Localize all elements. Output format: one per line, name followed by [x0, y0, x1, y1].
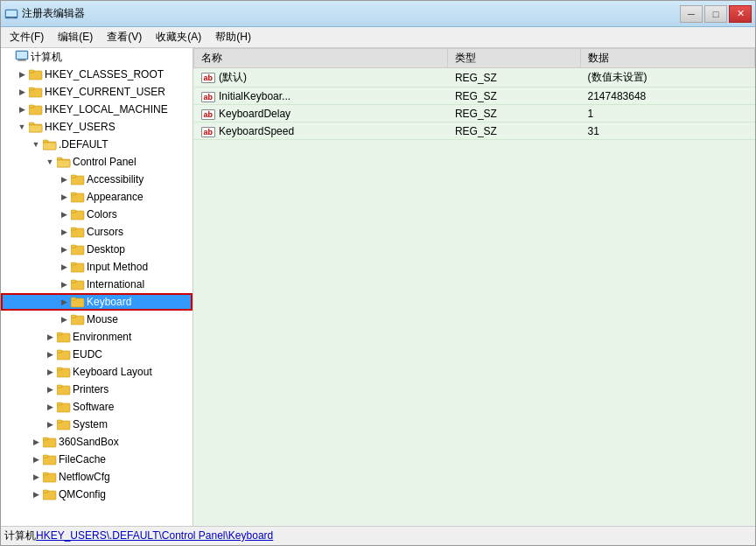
menu-item-file[interactable]: 文件(F) — [3, 28, 51, 46]
tree-panel[interactable]: 计算机▶HKEY_CLASSES_ROOT▶HKEY_CURRENT_USER▶… — [1, 48, 193, 526]
tree-expander-mouse[interactable]: ▶ — [57, 312, 71, 326]
value-row-default[interactable]: ab(默认)REG_SZ(数值未设置) — [194, 68, 755, 88]
tree-node-inputmethod[interactable]: ▶Input Method — [1, 258, 192, 276]
tree-expander-environment[interactable]: ▶ — [43, 330, 57, 344]
status-bar: 计算机HKEY_USERS\.DEFAULT\Control Panel\Key… — [1, 526, 755, 545]
tree-node-eudc[interactable]: ▶EUDC — [1, 346, 192, 363]
tree-expander-desktop[interactable]: ▶ — [57, 242, 71, 256]
svg-rect-54 — [43, 438, 48, 440]
tree-node-desktop[interactable]: ▶Desktop — [1, 241, 192, 258]
tree-label-system: System — [73, 418, 108, 430]
tree-node-printers[interactable]: ▶Printers — [1, 381, 192, 398]
tree-icon-cursors — [71, 226, 85, 238]
menu-item-help[interactable]: 帮助(H) — [208, 28, 258, 46]
tree-icon-default — [43, 138, 57, 150]
tree-expander-computer[interactable] — [1, 50, 15, 64]
tree-node-appearance[interactable]: ▶Appearance — [1, 188, 192, 206]
value-row-keyboardspeed[interactable]: abKeyboardSpeedREG_SZ31 — [194, 122, 755, 140]
tree-expander-hkcr[interactable]: ▶ — [15, 67, 29, 81]
maximize-button[interactable]: □ — [704, 5, 727, 23]
tree-expander-sandbox360[interactable]: ▶ — [29, 435, 43, 449]
tree-node-hku[interactable]: ▼HKEY_USERS — [1, 118, 192, 136]
value-row-initialkeyboard[interactable]: abInitialKeyboar...REG_SZ2147483648 — [194, 88, 755, 105]
ab-icon: ab — [201, 73, 216, 83]
tree-label-eudc: EUDC — [73, 348, 102, 360]
tree-icon-hkcr — [29, 68, 43, 80]
tree-node-international[interactable]: ▶International — [1, 276, 192, 293]
tree-expander-eudc[interactable]: ▶ — [43, 347, 57, 361]
value-name-keyboarddelay: abKeyboardDelay — [194, 105, 448, 122]
tree-node-keyboardlayout[interactable]: ▶Keyboard Layout — [1, 363, 192, 381]
status-path: 计算机HKEY_USERS\.DEFAULT\Control Panel\Key… — [4, 528, 273, 543]
tree-expander-inputmethod[interactable]: ▶ — [57, 260, 71, 274]
tree-expander-default[interactable]: ▼ — [29, 137, 43, 151]
tree-expander-printers[interactable]: ▶ — [43, 382, 57, 396]
tree-expander-system[interactable]: ▶ — [43, 417, 57, 431]
svg-rect-5 — [17, 52, 27, 59]
tree-node-filecache[interactable]: ▶FileCache — [1, 451, 192, 468]
tree-node-default[interactable]: ▼.DEFAULT — [1, 136, 192, 153]
svg-rect-36 — [71, 280, 76, 283]
tree-expander-international[interactable]: ▶ — [57, 277, 71, 291]
tree-node-software[interactable]: ▶Software — [1, 398, 192, 416]
tree-expander-colors[interactable]: ▶ — [57, 207, 71, 221]
tree-node-accessibility[interactable]: ▶Accessibility — [1, 171, 192, 188]
value-type-default: REG_SZ — [448, 68, 581, 88]
tree-node-netflowcfg[interactable]: ▶NetflowCfg — [1, 468, 192, 486]
svg-rect-22 — [57, 160, 70, 167]
tree-expander-appearance[interactable]: ▶ — [57, 190, 71, 204]
tree-label-netflowcfg: NetflowCfg — [59, 471, 110, 483]
tree-label-hkcu: HKEY_CURRENT_USER — [45, 86, 165, 98]
tree-node-cursors[interactable]: ▶Cursors — [1, 223, 192, 241]
tree-node-controlpanel[interactable]: ▼Control Panel — [1, 153, 192, 171]
tree-node-colors[interactable]: ▶Colors — [1, 206, 192, 223]
tree-expander-hku[interactable]: ▼ — [15, 120, 29, 134]
tree-expander-netflowcfg[interactable]: ▶ — [29, 470, 43, 484]
tree-node-sandbox360[interactable]: ▶360SandBox — [1, 433, 192, 451]
tree-node-qmconfig[interactable]: ▶QMConfig — [1, 486, 192, 503]
tree-node-mouse[interactable]: ▶Mouse — [1, 311, 192, 328]
values-header: 名称 类型 数据 — [194, 49, 755, 68]
menu-item-view[interactable]: 查看(V) — [100, 28, 149, 46]
svg-rect-19 — [43, 143, 56, 150]
tree-expander-hkcu[interactable]: ▶ — [15, 85, 29, 99]
tree-icon-desktop — [71, 243, 85, 256]
tree-label-filecache: FileCache — [59, 453, 106, 466]
value-type-keyboardspeed: REG_SZ — [448, 122, 581, 140]
tree-node-hkcu[interactable]: ▶HKEY_CURRENT_USER — [1, 83, 192, 101]
tree-expander-accessibility[interactable]: ▶ — [57, 172, 71, 186]
tree-expander-controlpanel[interactable]: ▼ — [43, 155, 57, 169]
menu-bar: 文件(F)编辑(E)查看(V)收藏夹(A)帮助(H) — [1, 27, 755, 48]
value-row-keyboarddelay[interactable]: abKeyboardDelayREG_SZ1 — [194, 105, 755, 122]
tree-node-keyboard[interactable]: ▶Keyboard — [1, 293, 192, 311]
tree-expander-software[interactable]: ▶ — [43, 400, 57, 414]
svg-rect-9 — [29, 70, 34, 73]
tree-icon-computer — [15, 51, 29, 63]
tree-expander-keyboardlayout[interactable]: ▶ — [43, 365, 57, 379]
tree-node-computer[interactable]: 计算机 — [1, 48, 192, 66]
tree-label-keyboard: Keyboard — [87, 296, 131, 308]
tree-expander-keyboard[interactable]: ▶ — [57, 295, 71, 309]
tree-node-hkcr[interactable]: ▶HKEY_CLASSES_ROOT — [1, 66, 192, 83]
title-text: 注册表编辑器 — [22, 6, 85, 21]
tree-expander-hklm[interactable]: ▶ — [15, 102, 29, 116]
tree-node-system[interactable]: ▶System — [1, 416, 192, 433]
svg-rect-34 — [71, 262, 76, 265]
tree-node-hklm[interactable]: ▶HKEY_LOCAL_MACHINE — [1, 101, 192, 118]
minimize-button[interactable]: ─ — [680, 5, 703, 23]
tree-node-environment[interactable]: ▶Environment — [1, 328, 192, 346]
svg-rect-38 — [71, 298, 76, 300]
menu-item-edit[interactable]: 编辑(E) — [51, 28, 100, 46]
tree-label-colors: Colors — [87, 208, 117, 220]
tree-icon-colors — [71, 208, 85, 220]
tree-expander-cursors[interactable]: ▶ — [57, 225, 71, 239]
menu-item-favorites[interactable]: 收藏夹(A) — [149, 28, 208, 46]
status-prefix: 计算机 — [4, 529, 36, 542]
value-type-keyboarddelay: REG_SZ — [448, 105, 581, 122]
tree-expander-filecache[interactable]: ▶ — [29, 452, 43, 466]
ab-icon: ab — [201, 109, 216, 120]
close-button[interactable]: ✕ — [729, 5, 752, 23]
tree-icon-keyboard — [71, 296, 85, 308]
tree-expander-qmconfig[interactable]: ▶ — [29, 487, 43, 501]
ab-icon: ab — [201, 92, 216, 102]
